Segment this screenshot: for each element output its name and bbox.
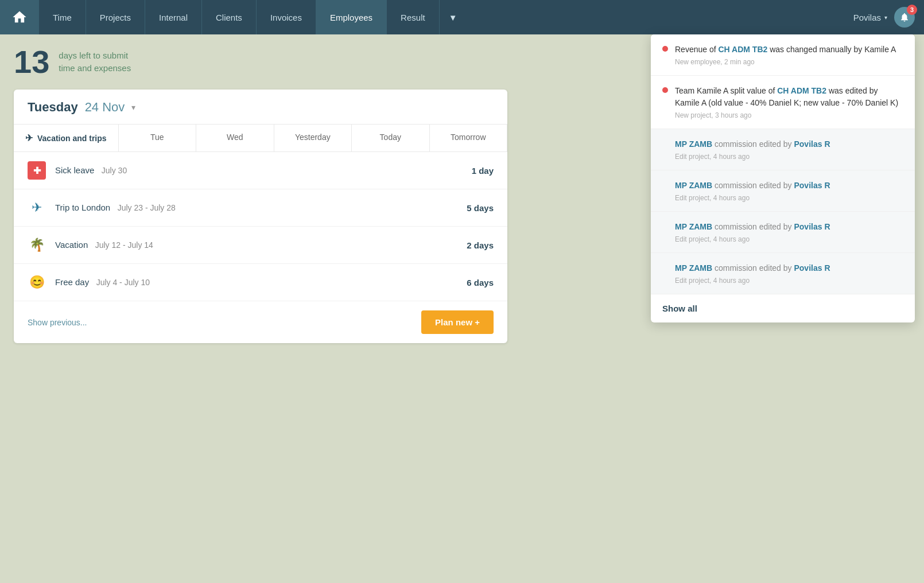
nav-more-dropdown[interactable]: ▼ xyxy=(440,0,467,34)
show-previous-link[interactable]: Show previous... xyxy=(28,318,87,327)
notification-panel: Revenue of CH ADM TB2 was changed manual… xyxy=(651,34,915,322)
sick-leave-duration: 1 day xyxy=(472,166,494,176)
calendar-chevron-icon[interactable]: ▾ xyxy=(131,103,135,112)
notif-meta-5: Edit project, 4 hours ago xyxy=(675,235,903,243)
notif-meta-4: Edit project, 4 hours ago xyxy=(675,194,903,202)
notif-dot-1 xyxy=(662,46,668,52)
notif-highlight-6a: MP ZAMB xyxy=(675,263,712,273)
notif-highlight-4a: MP ZAMB xyxy=(675,181,712,190)
notif-highlight-1: CH ADM TB2 xyxy=(719,45,768,54)
notif-text-4: MP ZAMB commission edited by Povilas R xyxy=(675,180,903,192)
trip-row-vacation: 🌴 Vacation July 12 - July 14 2 days xyxy=(14,227,507,264)
vacation-name: Vacation xyxy=(55,240,88,250)
notif-text-1: Revenue of CH ADM TB2 was changed manual… xyxy=(675,44,903,56)
sick-leave-date: July 30 xyxy=(102,166,127,175)
notif-text-6: MP ZAMB commission edited by Povilas R xyxy=(675,262,903,274)
nav-right-section: Povilas ▾ 3 xyxy=(853,7,924,28)
notification-badge: 3 xyxy=(907,5,917,15)
day-tab-tue[interactable]: Tue xyxy=(119,125,196,151)
notif-highlight-4b: Povilas R xyxy=(794,181,830,190)
user-name: Povilas xyxy=(853,13,881,22)
top-navigation: Time Projects Internal Clients Invoices … xyxy=(0,0,924,34)
notification-item-6: MP ZAMB commission edited by Povilas R E… xyxy=(651,253,915,294)
notif-meta-1: New employee, 2 min ago xyxy=(675,58,903,66)
notif-dot-6 xyxy=(662,265,668,270)
days-text-line1: days left to submit xyxy=(59,50,128,60)
notif-dot-2 xyxy=(662,87,668,93)
trip-london-date: July 23 - July 28 xyxy=(118,203,176,212)
notif-highlight-5a: MP ZAMB xyxy=(675,222,712,231)
days-text-line2: time and expenses xyxy=(59,63,131,73)
notif-body-4: MP ZAMB commission edited by Povilas R E… xyxy=(675,180,903,202)
calendar-card: Tuesday 24 Nov ▾ ✈ Vacation and trips Tu… xyxy=(14,90,507,343)
notif-text-2: Team Kamile A split value of CH ADM TB2 … xyxy=(675,85,903,109)
nav-tab-employees[interactable]: Employees xyxy=(316,0,387,34)
notification-item-4: MP ZAMB commission edited by Povilas R E… xyxy=(651,170,915,212)
nav-tab-result[interactable]: Result xyxy=(387,0,440,34)
days-text: days left to submit time and expenses xyxy=(59,49,131,75)
notif-body-6: MP ZAMB commission edited by Povilas R E… xyxy=(675,262,903,285)
notif-meta-2: New project, 3 hours ago xyxy=(675,111,903,119)
free-day-name: Free day xyxy=(55,277,89,287)
trip-row-london: ✈ Trip to London July 23 - July 28 5 day… xyxy=(14,189,507,227)
notif-highlight-2: CH ADM TB2 xyxy=(777,86,826,95)
nav-tab-clients[interactable]: Clients xyxy=(202,0,257,34)
notification-item-2: Team Kamile A split value of CH ADM TB2 … xyxy=(651,76,915,129)
show-all-button[interactable]: Show all xyxy=(651,294,915,322)
day-tab-today[interactable]: Today xyxy=(352,125,429,151)
notif-highlight-5b: Povilas R xyxy=(794,222,830,231)
free-day-icon: 😊 xyxy=(28,273,46,292)
notif-text-3: MP ZAMB commission edited by Povilas R xyxy=(675,138,903,150)
notif-text-5: MP ZAMB commission edited by Povilas R xyxy=(675,221,903,233)
notif-highlight-3a: MP ZAMB xyxy=(675,139,712,149)
notif-dot-4 xyxy=(662,182,668,188)
notification-item-3: MP ZAMB commission edited by Povilas R E… xyxy=(651,129,915,170)
notif-meta-6: Edit project, 4 hours ago xyxy=(675,277,903,285)
notif-dot-3 xyxy=(662,141,668,146)
trip-london-name: Trip to London xyxy=(55,203,110,212)
calendar-header: Tuesday 24 Nov ▾ xyxy=(14,90,507,115)
trip-london-duration: 5 days xyxy=(467,203,494,213)
nav-tab-projects[interactable]: Projects xyxy=(86,0,145,34)
day-tabs-row: ✈ Vacation and trips Tue Wed Yesterday T… xyxy=(14,124,507,152)
notif-body-1: Revenue of CH ADM TB2 was changed manual… xyxy=(675,44,903,66)
notif-dot-5 xyxy=(662,223,668,229)
user-chevron-icon: ▾ xyxy=(884,14,887,21)
notif-highlight-3b: Povilas R xyxy=(794,139,830,149)
trip-row-sick: ✚ Sick leave July 30 1 day xyxy=(14,152,507,189)
free-day-date: July 4 - July 10 xyxy=(96,278,150,287)
calendar-day-label: Tuesday xyxy=(28,100,78,115)
sick-leave-icon: ✚ xyxy=(28,161,46,180)
trip-row-free: 😊 Free day July 4 - July 10 6 days xyxy=(14,264,507,301)
days-number: 13 xyxy=(14,46,49,78)
user-menu[interactable]: Povilas ▾ xyxy=(853,13,887,22)
notification-item-1: Revenue of CH ADM TB2 was changed manual… xyxy=(651,34,915,76)
notif-body-5: MP ZAMB commission edited by Povilas R E… xyxy=(675,221,903,243)
card-footer: Show previous... Plan new + xyxy=(14,301,507,343)
trip-london-icon: ✈ xyxy=(28,199,46,217)
notif-body-3: MP ZAMB commission edited by Povilas R E… xyxy=(675,138,903,161)
vacation-icon: 🌴 xyxy=(28,236,46,254)
plan-new-button[interactable]: Plan new + xyxy=(421,310,494,334)
notification-bell[interactable]: 3 xyxy=(894,7,915,28)
nav-tab-time[interactable]: Time xyxy=(39,0,86,34)
notif-highlight-6b: Povilas R xyxy=(794,263,830,273)
sick-leave-name: Sick leave xyxy=(55,165,94,175)
notif-body-2: Team Kamile A split value of CH ADM TB2 … xyxy=(675,85,903,119)
free-day-duration: 6 days xyxy=(467,278,494,287)
nav-tab-internal[interactable]: Internal xyxy=(145,0,202,34)
home-button[interactable] xyxy=(0,0,39,34)
vacation-date: July 12 - July 14 xyxy=(95,240,153,250)
nav-tabs: Time Projects Internal Clients Invoices … xyxy=(39,0,853,34)
day-tab-yesterday[interactable]: Yesterday xyxy=(274,125,352,151)
section-title: Vacation and trips xyxy=(37,134,107,143)
calendar-date-label: 24 Nov xyxy=(85,100,125,115)
flight-icon: ✈ xyxy=(25,133,33,143)
nav-tab-invoices[interactable]: Invoices xyxy=(257,0,316,34)
home-icon xyxy=(11,9,28,25)
day-tab-tomorrow[interactable]: Tomorrow xyxy=(430,125,507,151)
day-tab-wed[interactable]: Wed xyxy=(196,125,274,151)
vacation-duration: 2 days xyxy=(467,240,494,250)
notification-item-5: MP ZAMB commission edited by Povilas R E… xyxy=(651,212,915,253)
section-label: ✈ Vacation and trips xyxy=(14,125,119,151)
